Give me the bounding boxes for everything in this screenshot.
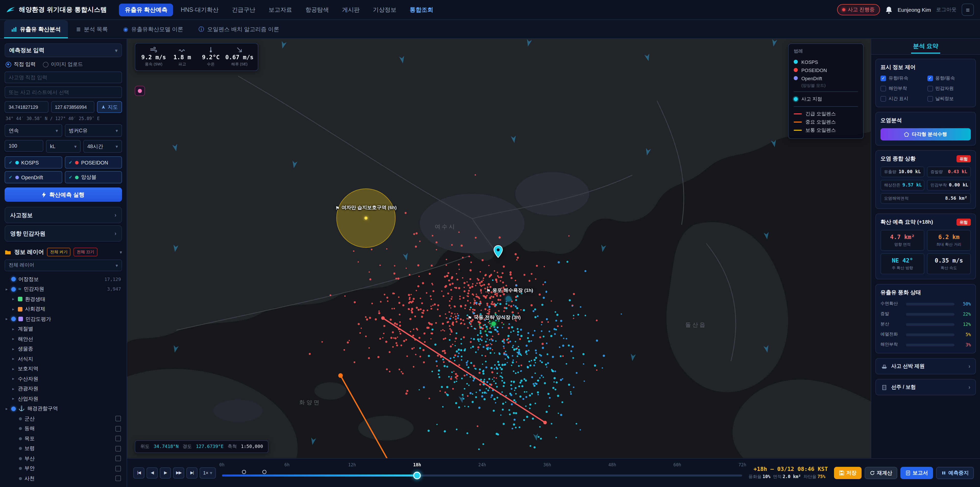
zoom-to-layer-button[interactable]	[115, 466, 121, 471]
latitude-input[interactable]	[5, 101, 48, 113]
section-사고정보[interactable]: 사고정보›	[5, 207, 122, 223]
menu-button[interactable]: ≡	[962, 3, 974, 16]
layer-tree-row[interactable]: ▸환경생태	[5, 294, 122, 304]
duration-select[interactable]: 48시간▾	[83, 140, 122, 153]
layer-tree-row[interactable]: ▸생물종	[5, 344, 122, 354]
tab-model[interactable]: ◉유출유확산모델 이론	[116, 20, 190, 38]
incident-list-input[interactable]	[5, 86, 122, 98]
layer-toggle-dot[interactable]	[19, 457, 22, 460]
layer-tree-row[interactable]: ▸해안선	[5, 334, 122, 344]
zoom-to-layer-button[interactable]	[115, 416, 121, 422]
save-button[interactable]: 저장	[834, 466, 862, 479]
zoom-to-layer-button[interactable]	[115, 456, 121, 461]
display-option-민감자원[interactable]: 민감자원	[927, 85, 971, 92]
layer-toggle-dot[interactable]	[19, 447, 22, 450]
nav-item[interactable]: 통합조회	[404, 3, 439, 16]
tab-info[interactable]: ⓘ오일펜스 배치 알고리즘 이론	[191, 20, 286, 38]
model-toggle-KOSPS[interactable]: ✓KOSPS	[5, 156, 62, 169]
layer-tree-row[interactable]: ▸사회경제	[5, 304, 122, 314]
layer-toggle-dot[interactable]	[19, 417, 22, 420]
nav-item[interactable]: 기상정보	[368, 3, 402, 16]
layer-tree-row[interactable]: 보령	[5, 444, 122, 453]
layer-tree-row[interactable]: 군산	[5, 414, 122, 424]
layer-toggle-dot[interactable]	[19, 437, 22, 440]
model-toggle-OpenDrift[interactable]: ✓OpenDrift	[5, 171, 62, 184]
layer-toggle-dot[interactable]	[19, 427, 22, 430]
incident-name-input[interactable]	[5, 72, 122, 83]
layer-tree-row[interactable]: 목포	[5, 434, 122, 444]
timeline-track[interactable]	[222, 474, 742, 476]
layer-tree-row[interactable]: ▸계절별	[5, 324, 122, 334]
layer-tree-row[interactable]: ▸≈민감자원3,947	[5, 284, 122, 294]
display-option-풍향/풍속[interactable]: ✓풍향/풍속	[927, 75, 971, 82]
oil-type-select[interactable]: 벙커C유▾	[65, 124, 122, 137]
layer-toggle-on[interactable]	[11, 317, 16, 321]
zoom-to-layer-button[interactable]	[115, 426, 121, 431]
logout-link[interactable]: 로그아웃	[936, 6, 956, 13]
nav-item[interactable]: 보고자료	[263, 3, 298, 16]
summary-section-선주 / 보험[interactable]: 선주 / 보험›	[875, 379, 976, 395]
layer-tree-row[interactable]: ▸보호지역	[5, 364, 122, 374]
section-영향 민감자원[interactable]: 영향 민감자원›	[5, 225, 122, 241]
layer-tree-row[interactable]: ▸수산자원	[5, 374, 122, 384]
timeline-tick[interactable]: 48h	[608, 462, 616, 467]
layer-tree-row[interactable]: ▸서식지	[5, 354, 122, 364]
nav-item[interactable]: 긴급구난	[226, 3, 261, 16]
nav-item[interactable]: 게시판	[337, 3, 366, 16]
run-prediction-button[interactable]: 확산예측 실행	[5, 187, 122, 202]
timeline-event-marker[interactable]	[262, 469, 267, 474]
playback-speed-button[interactable]: 1×▾	[200, 467, 216, 478]
layers-all-off-button[interactable]: 전체 끄기	[74, 248, 97, 256]
skip-end-button[interactable]: ▶|	[186, 467, 197, 478]
nav-item[interactable]: 유출유 확산예측	[119, 3, 173, 16]
timeline-event-marker[interactable]	[242, 469, 246, 474]
map-area[interactable]: ⚑여자만 습지보호구역 (6h)⚑웅포 해수욕장 (1h)⚑국동 전략 양식장 …	[127, 39, 871, 458]
timeline-ruler[interactable]: 0h6h12h18h24h36h48h60h72h	[222, 458, 742, 487]
polygon-analysis-button[interactable]: 다각형 분석수행	[880, 128, 971, 141]
timeline-tick[interactable]: 0h	[219, 462, 224, 467]
notification-bell-icon[interactable]	[885, 6, 892, 14]
layer-toggle-dot[interactable]	[19, 477, 22, 480]
timeline-handle[interactable]	[413, 471, 421, 479]
layer-tree-row[interactable]: 부산	[5, 453, 122, 463]
fast-forward-button[interactable]: ▶▶	[173, 467, 184, 478]
layer-toggle-dot[interactable]	[19, 467, 22, 470]
radio-option[interactable]: 이미지 업로드	[43, 61, 83, 68]
layer-toggle-on[interactable]	[11, 287, 16, 292]
stop-button[interactable]: 예측중지	[936, 466, 974, 479]
layer-tree-row[interactable]: ▸관광자원	[5, 384, 122, 394]
amount-input[interactable]	[5, 140, 43, 152]
zoom-to-layer-button[interactable]	[115, 446, 121, 452]
summary-section-사고 선박 제원[interactable]: 사고 선박 제원›	[875, 358, 976, 374]
prediction-input-header[interactable]: 예측정보 입력 ▾	[5, 43, 122, 57]
accident-location-pin-icon[interactable]	[493, 245, 503, 258]
layers-all-on-button[interactable]: 전체 켜기	[47, 248, 70, 256]
skip-start-button[interactable]: |◀	[133, 467, 145, 478]
spill-type-select[interactable]: 연속▾	[5, 124, 62, 137]
timeline-tick[interactable]: 72h	[738, 462, 746, 467]
zoom-to-layer-button[interactable]	[115, 476, 121, 481]
timeline-tick[interactable]: 12h	[348, 462, 356, 467]
nav-item[interactable]: 항공탐색	[300, 3, 334, 16]
unit-select[interactable]: kL▾	[46, 140, 81, 153]
layer-tree-row[interactable]: 어장정보17,129	[5, 274, 122, 284]
timeline-tick[interactable]: 36h	[543, 462, 551, 467]
recalc-button[interactable]: 재계산	[865, 466, 897, 479]
layer-tree-row[interactable]: 동해	[5, 424, 122, 434]
radio-option[interactable]: 직접 입력	[6, 61, 36, 68]
display-option-해안부착[interactable]: 해안부착	[880, 85, 924, 92]
tab-list[interactable]: ≣분석 목록	[69, 20, 115, 38]
layer-tree-row[interactable]: ▸산업자원	[5, 394, 122, 404]
report-button[interactable]: 보고서	[900, 466, 933, 479]
timeline-tick[interactable]: 24h	[478, 462, 486, 467]
step-back-button[interactable]: ◀	[146, 467, 158, 478]
layer-tree-row[interactable]: 사천	[5, 473, 122, 484]
layer-tree-row[interactable]: 부안	[5, 463, 122, 473]
draw-tool-button[interactable]	[135, 86, 145, 96]
layer-toggle-on[interactable]	[11, 407, 16, 411]
layer-tree-row[interactable]: ▸⚓해경관할구역	[5, 404, 122, 414]
display-option-시간 표시[interactable]: 시간 표시	[880, 96, 924, 102]
play-button[interactable]: ▶	[160, 467, 171, 478]
layer-tree-row[interactable]: ▸민감도평가	[5, 314, 122, 324]
longitude-input[interactable]	[51, 101, 94, 113]
